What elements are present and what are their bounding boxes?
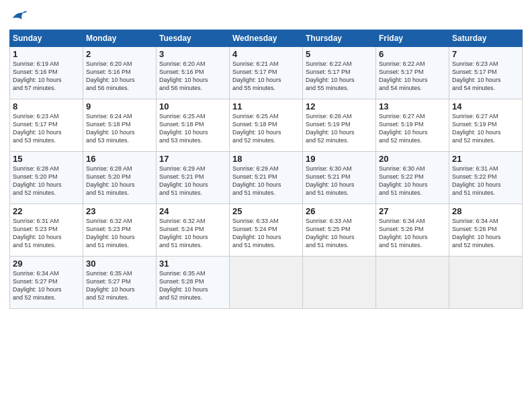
- calendar-cell: 12Sunrise: 6:26 AMSunset: 5:19 PMDayligh…: [303, 99, 376, 152]
- header: [9, 7, 523, 26]
- day-number: 1: [13, 49, 80, 59]
- calendar-cell: 5Sunrise: 6:22 AMSunset: 5:17 PMDaylight…: [303, 47, 376, 99]
- day-number: 31: [159, 259, 226, 269]
- calendar-cell: 29Sunrise: 6:34 AMSunset: 5:27 PMDayligh…: [10, 257, 83, 309]
- calendar-cell: 28Sunrise: 6:34 AMSunset: 5:26 PMDayligh…: [449, 204, 523, 257]
- day-number: 19: [306, 154, 373, 164]
- day-number: 17: [159, 154, 226, 164]
- calendar-cell: 7Sunrise: 6:23 AMSunset: 5:17 PMDaylight…: [449, 47, 523, 99]
- day-info: Sunrise: 6:26 AMSunset: 5:19 PMDaylight:…: [306, 112, 373, 145]
- calendar-cell: 30Sunrise: 6:35 AMSunset: 5:27 PMDayligh…: [83, 257, 157, 309]
- day-info: Sunrise: 6:20 AMSunset: 5:16 PMDaylight:…: [86, 60, 153, 93]
- day-info: Sunrise: 6:22 AMSunset: 5:17 PMDaylight:…: [306, 60, 373, 93]
- day-number: 6: [379, 49, 446, 59]
- calendar-cell: 27Sunrise: 6:34 AMSunset: 5:26 PMDayligh…: [376, 204, 449, 257]
- col-header-friday: Friday: [376, 30, 449, 47]
- day-number: 7: [452, 49, 519, 59]
- day-info: Sunrise: 6:34 AMSunset: 5:26 PMDaylight:…: [379, 217, 446, 250]
- col-header-thursday: Thursday: [303, 30, 376, 47]
- day-number: 8: [13, 101, 80, 111]
- day-number: 10: [159, 101, 226, 111]
- week-row-2: 8Sunrise: 6:23 AMSunset: 5:17 PMDaylight…: [10, 99, 523, 152]
- day-number: 30: [86, 259, 153, 269]
- day-info: Sunrise: 6:25 AMSunset: 5:18 PMDaylight:…: [232, 112, 300, 145]
- day-number: 18: [232, 154, 300, 164]
- calendar-table: SundayMondayTuesdayWednesdayThursdayFrid…: [9, 30, 523, 309]
- calendar-cell: 18Sunrise: 6:29 AMSunset: 5:21 PMDayligh…: [230, 152, 303, 204]
- day-number: 2: [86, 49, 153, 59]
- calendar-cell: 23Sunrise: 6:32 AMSunset: 5:23 PMDayligh…: [83, 204, 157, 257]
- day-info: Sunrise: 6:29 AMSunset: 5:21 PMDaylight:…: [159, 165, 226, 197]
- day-info: Sunrise: 6:35 AMSunset: 5:27 PMDaylight:…: [86, 269, 153, 302]
- calendar-cell: 10Sunrise: 6:25 AMSunset: 5:18 PMDayligh…: [157, 99, 230, 152]
- day-number: 27: [379, 206, 446, 216]
- day-info: Sunrise: 6:23 AMSunset: 5:17 PMDaylight:…: [452, 60, 519, 93]
- day-number: 15: [13, 154, 80, 164]
- calendar-cell: 13Sunrise: 6:27 AMSunset: 5:19 PMDayligh…: [376, 99, 449, 152]
- day-number: 24: [159, 206, 226, 216]
- calendar-cell: [449, 257, 523, 309]
- calendar-cell: 1Sunrise: 6:19 AMSunset: 5:16 PMDaylight…: [10, 47, 83, 99]
- day-info: Sunrise: 6:25 AMSunset: 5:18 PMDaylight:…: [159, 112, 226, 145]
- day-info: Sunrise: 6:19 AMSunset: 5:16 PMDaylight:…: [13, 60, 80, 93]
- calendar-cell: [376, 257, 449, 309]
- day-number: 3: [159, 49, 226, 59]
- day-info: Sunrise: 6:33 AMSunset: 5:24 PMDaylight:…: [232, 217, 300, 250]
- day-number: 20: [379, 154, 446, 164]
- calendar-cell: 24Sunrise: 6:32 AMSunset: 5:24 PMDayligh…: [157, 204, 230, 257]
- day-info: Sunrise: 6:31 AMSunset: 5:22 PMDaylight:…: [452, 165, 519, 197]
- day-number: 26: [306, 206, 373, 216]
- day-info: Sunrise: 6:21 AMSunset: 5:17 PMDaylight:…: [232, 60, 300, 93]
- col-header-tuesday: Tuesday: [157, 30, 230, 47]
- day-info: Sunrise: 6:23 AMSunset: 5:17 PMDaylight:…: [13, 112, 80, 145]
- calendar-cell: 22Sunrise: 6:31 AMSunset: 5:23 PMDayligh…: [10, 204, 83, 257]
- day-number: 16: [86, 154, 153, 164]
- day-info: Sunrise: 6:29 AMSunset: 5:21 PMDaylight:…: [232, 165, 300, 197]
- day-number: 28: [452, 206, 519, 216]
- calendar-cell: 25Sunrise: 6:33 AMSunset: 5:24 PMDayligh…: [230, 204, 303, 257]
- calendar-cell: 21Sunrise: 6:31 AMSunset: 5:22 PMDayligh…: [449, 152, 523, 204]
- day-info: Sunrise: 6:31 AMSunset: 5:23 PMDaylight:…: [13, 217, 80, 250]
- calendar-cell: 15Sunrise: 6:28 AMSunset: 5:20 PMDayligh…: [10, 152, 83, 204]
- week-row-5: 29Sunrise: 6:34 AMSunset: 5:27 PMDayligh…: [10, 257, 523, 309]
- day-number: 25: [232, 206, 300, 216]
- col-header-monday: Monday: [83, 30, 157, 47]
- day-info: Sunrise: 6:34 AMSunset: 5:27 PMDaylight:…: [13, 269, 80, 302]
- day-number: 14: [452, 101, 519, 111]
- day-info: Sunrise: 6:20 AMSunset: 5:16 PMDaylight:…: [159, 60, 226, 93]
- day-info: Sunrise: 6:30 AMSunset: 5:21 PMDaylight:…: [306, 165, 373, 197]
- page-container: SundayMondayTuesdayWednesdayThursdayFrid…: [0, 0, 532, 314]
- day-number: 9: [86, 101, 153, 111]
- calendar-cell: 19Sunrise: 6:30 AMSunset: 5:21 PMDayligh…: [303, 152, 376, 204]
- day-number: 23: [86, 206, 153, 216]
- logo-icon: [9, 7, 28, 26]
- day-info: Sunrise: 6:22 AMSunset: 5:17 PMDaylight:…: [379, 60, 446, 93]
- day-number: 12: [306, 101, 373, 111]
- day-info: Sunrise: 6:28 AMSunset: 5:20 PMDaylight:…: [86, 165, 153, 197]
- col-header-wednesday: Wednesday: [230, 30, 303, 47]
- day-number: 21: [452, 154, 519, 164]
- calendar-cell: 9Sunrise: 6:24 AMSunset: 5:18 PMDaylight…: [83, 99, 157, 152]
- calendar-cell: 31Sunrise: 6:35 AMSunset: 5:28 PMDayligh…: [157, 257, 230, 309]
- calendar-cell: 16Sunrise: 6:28 AMSunset: 5:20 PMDayligh…: [83, 152, 157, 204]
- week-row-4: 22Sunrise: 6:31 AMSunset: 5:23 PMDayligh…: [10, 204, 523, 257]
- calendar-cell: 2Sunrise: 6:20 AMSunset: 5:16 PMDaylight…: [83, 47, 157, 99]
- day-number: 5: [306, 49, 373, 59]
- calendar-cell: 8Sunrise: 6:23 AMSunset: 5:17 PMDaylight…: [10, 99, 83, 152]
- header-row: SundayMondayTuesdayWednesdayThursdayFrid…: [10, 30, 523, 47]
- day-info: Sunrise: 6:32 AMSunset: 5:24 PMDaylight:…: [159, 217, 226, 250]
- day-number: 29: [13, 259, 80, 269]
- week-row-3: 15Sunrise: 6:28 AMSunset: 5:20 PMDayligh…: [10, 152, 523, 204]
- calendar-cell: 14Sunrise: 6:27 AMSunset: 5:19 PMDayligh…: [449, 99, 523, 152]
- day-number: 22: [13, 206, 80, 216]
- day-info: Sunrise: 6:30 AMSunset: 5:22 PMDaylight:…: [379, 165, 446, 197]
- day-number: 11: [232, 101, 300, 111]
- calendar-cell: 6Sunrise: 6:22 AMSunset: 5:17 PMDaylight…: [376, 47, 449, 99]
- calendar-cell: [230, 257, 303, 309]
- col-header-sunday: Sunday: [10, 30, 83, 47]
- day-info: Sunrise: 6:24 AMSunset: 5:18 PMDaylight:…: [86, 112, 153, 145]
- week-row-1: 1Sunrise: 6:19 AMSunset: 5:16 PMDaylight…: [10, 47, 523, 99]
- day-number: 4: [232, 49, 300, 59]
- day-info: Sunrise: 6:27 AMSunset: 5:19 PMDaylight:…: [452, 112, 519, 145]
- day-info: Sunrise: 6:35 AMSunset: 5:28 PMDaylight:…: [159, 269, 226, 302]
